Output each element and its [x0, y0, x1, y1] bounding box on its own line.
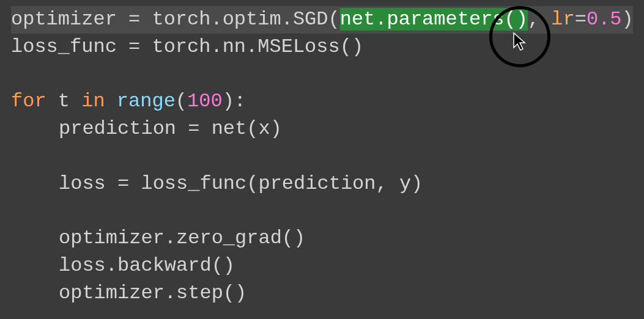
code-line-1[interactable]: optimizer = torch.optim.SGD(net.paramete… [11, 6, 633, 34]
statement-loss: loss = loss_func(prediction, y) [59, 172, 423, 195]
kwarg-lr-name: lr [551, 8, 574, 31]
keyword-for: for [11, 90, 46, 112]
variable-loss-func: loss_func [11, 35, 117, 58]
code-line-8-blank[interactable] [11, 198, 633, 226]
code-line-10[interactable]: loss.backward() [11, 252, 633, 280]
code-line-11[interactable]: optimizer.step() [11, 280, 633, 307]
code-line-7[interactable]: loss = loss_func(prediction, y) [11, 170, 633, 198]
code-line-4[interactable]: for t in range(100): [11, 88, 633, 116]
kwarg-lr-value: 0.5 [587, 8, 622, 31]
code-line-6-blank[interactable] [11, 143, 633, 170]
variable-t: t [58, 90, 70, 112]
keyword-in: in [81, 90, 105, 112]
variable-optimizer: optimizer [11, 8, 117, 31]
close-paren-colon: ): [223, 90, 246, 112]
builtin-range: range [117, 90, 176, 112]
selection-net-parameters[interactable]: net.parameters() [340, 8, 528, 31]
statement-backward: loss.backward() [59, 254, 235, 277]
close-paren: ) [622, 8, 634, 31]
code-line-5[interactable]: prediction = net(x) [11, 116, 633, 143]
number-100: 100 [187, 90, 223, 112]
statement-step: optimizer.step() [59, 282, 246, 304]
code-line-9[interactable]: optimizer.zero_grad() [11, 225, 633, 252]
operator-assign: = [117, 8, 152, 31]
call-torch-nn-mseloss: torch.nn.MSELoss() [152, 35, 363, 58]
statement-prediction: prediction = net(x) [59, 117, 282, 140]
call-torch-optim-sgd: torch.optim.SGD( [152, 8, 339, 31]
comma: , [528, 8, 551, 31]
kwarg-equals: = [575, 8, 587, 31]
open-paren: ( [176, 90, 187, 112]
operator-assign: = [117, 35, 152, 58]
code-line-3-blank[interactable] [11, 61, 633, 89]
code-line-2[interactable]: loss_func = torch.nn.MSELoss() [11, 34, 633, 61]
statement-zero-grad: optimizer.zero_grad() [59, 227, 305, 249]
